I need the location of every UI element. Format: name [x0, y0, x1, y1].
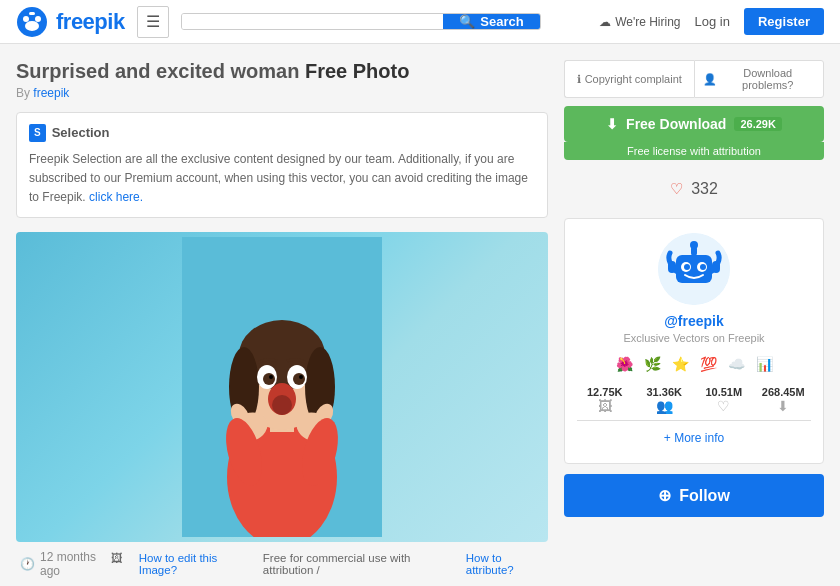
svg-rect-4 — [29, 12, 35, 15]
follow-plus-icon: ⊕ — [658, 486, 671, 505]
footer-links: 🖼 How to edit this Image? Free for comme… — [111, 552, 544, 576]
svg-point-1 — [23, 16, 29, 22]
like-row: ♡ 332 — [564, 170, 824, 208]
heart-icon: ♡ — [670, 180, 683, 198]
person-icon: 👤 — [703, 73, 717, 86]
click-here-link[interactable]: click here. — [89, 190, 143, 204]
license-text: Free for commercial use with attribution… — [263, 552, 450, 576]
like-count: 332 — [691, 180, 718, 198]
edit-icon: 🖼 — [111, 552, 123, 576]
stat-item-1: 12.75K 🖼 — [577, 386, 633, 414]
download-sub-text: Free license with attribution — [564, 142, 824, 160]
search-button[interactable]: 🔍 Search — [443, 14, 539, 29]
author-avatar-svg — [658, 233, 730, 305]
logo-text: freepik — [56, 9, 125, 35]
download-count: 26.29K — [734, 117, 781, 131]
svg-point-30 — [684, 264, 690, 270]
author-icon-set: 🌺 🌿 ⭐ 💯 ☁️ 📊 — [577, 352, 811, 376]
author-avatar — [658, 233, 730, 305]
header: freepik ☰ 🔍 Search ☁ We're Hiring Log in… — [0, 0, 840, 44]
left-column: Surprised and excited woman Free Photo B… — [16, 60, 548, 586]
author-description: Exclusive Vectors on Freepik — [577, 332, 811, 344]
attribute-link[interactable]: How to attribute? — [466, 552, 544, 576]
woman-illustration — [182, 237, 382, 537]
header-links: ☁ We're Hiring Log in Register — [599, 8, 824, 35]
download-icon: ⬇ — [606, 116, 618, 132]
clock-icon: 🕐 — [20, 557, 35, 571]
photo-title: Surprised and excited woman Free Photo — [16, 60, 548, 83]
stat-item-4: 268.45M ⬇ — [756, 386, 812, 414]
divider — [577, 420, 811, 421]
search-icon: 🔍 — [459, 14, 475, 29]
svg-point-15 — [293, 373, 305, 385]
selection-badge: S — [29, 124, 46, 142]
svg-point-19 — [272, 395, 292, 415]
svg-point-14 — [263, 373, 275, 385]
top-action-links: ℹ Copyright complaint 👤 Download problem… — [564, 60, 824, 98]
svg-point-33 — [690, 241, 698, 249]
follow-button[interactable]: ⊕ Follow — [564, 474, 824, 517]
icon-hundred: 💯 — [696, 352, 720, 376]
search-bar: 🔍 Search — [181, 13, 541, 30]
image-footer: 🕐 12 months ago 🖼 How to edit this Image… — [16, 542, 548, 586]
icon-star: ⭐ — [668, 352, 692, 376]
svg-point-2 — [35, 16, 41, 22]
stat-item-2: 31.36K 👥 — [637, 386, 693, 414]
freepik-logo-icon — [16, 6, 48, 38]
selection-header: S Selection — [29, 123, 535, 144]
logo-area: freepik — [16, 6, 125, 38]
author-card: @freepik Exclusive Vectors on Freepik 🌺 … — [564, 218, 824, 464]
icon-flower: 🌺 — [612, 352, 636, 376]
stat-2-icon: 👥 — [637, 398, 693, 414]
author-link[interactable]: freepik — [33, 86, 69, 100]
svg-point-16 — [269, 375, 273, 379]
stat-3-value: 10.51M — [696, 386, 752, 398]
cloud-icon: ☁ — [599, 15, 611, 29]
stat-1-icon: 🖼 — [577, 398, 633, 414]
icon-plant: 🌿 — [640, 352, 664, 376]
svg-point-3 — [25, 21, 39, 31]
info-icon: ℹ — [577, 73, 581, 86]
stat-4-value: 268.45M — [756, 386, 812, 398]
author-byline: By freepik — [16, 86, 548, 100]
hiring-link[interactable]: ☁ We're Hiring — [599, 15, 680, 29]
main-container: Surprised and excited woman Free Photo B… — [0, 44, 840, 586]
right-column: ℹ Copyright complaint 👤 Download problem… — [564, 60, 824, 586]
svg-point-31 — [700, 264, 706, 270]
download-button[interactable]: ⬇ Free Download 26.29K — [564, 106, 824, 142]
stat-1-value: 12.75K — [577, 386, 633, 398]
stat-item-3: 10.51M ♡ — [696, 386, 752, 414]
stat-2-value: 31.36K — [637, 386, 693, 398]
menu-button[interactable]: ☰ — [137, 6, 169, 38]
stat-3-icon: ♡ — [696, 398, 752, 414]
download-problems-button[interactable]: 👤 Download problems? — [694, 60, 825, 98]
icon-chart: 📊 — [752, 352, 776, 376]
svg-point-17 — [299, 375, 303, 379]
image-preview — [16, 232, 548, 542]
author-handle[interactable]: @freepik — [577, 313, 811, 329]
search-input[interactable] — [182, 14, 444, 29]
register-button[interactable]: Register — [744, 8, 824, 35]
menu-icon: ☰ — [146, 12, 160, 31]
edit-image-link[interactable]: How to edit this Image? — [139, 552, 247, 576]
author-stats: 12.75K 🖼 31.36K 👥 10.51M ♡ 268.45M ⬇ — [577, 386, 811, 414]
timestamp-area: 🕐 12 months ago — [20, 550, 111, 578]
login-link[interactable]: Log in — [695, 14, 730, 29]
copyright-complaint-button[interactable]: ℹ Copyright complaint — [564, 60, 694, 98]
stat-4-icon: ⬇ — [756, 398, 812, 414]
more-info-link[interactable]: + More info — [577, 427, 811, 449]
selection-box: S Selection Freepik Selection are all th… — [16, 112, 548, 218]
icon-cloud: ☁️ — [724, 352, 748, 376]
